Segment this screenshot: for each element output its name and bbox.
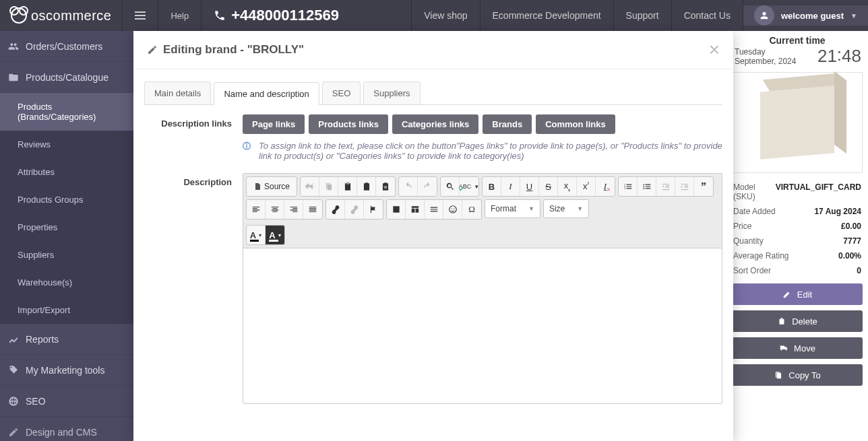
sidebar-submenu: Products (Brands/Categories) Reviews Att…	[0, 93, 133, 324]
nav-view-shop[interactable]: View shop	[412, 0, 479, 31]
align-center-button[interactable]	[266, 200, 284, 219]
sidebar-sub-suppliers[interactable]: Suppliers	[0, 241, 133, 269]
sidebar-item-orders-customers[interactable]: Orders/Customers	[0, 31, 133, 62]
undo-button[interactable]	[399, 177, 418, 196]
sidebar-sub-reviews[interactable]: Reviews	[0, 131, 133, 158]
align-left-button[interactable]	[247, 200, 266, 219]
move-button[interactable]: Move	[732, 337, 863, 359]
common-links-button[interactable]: Common links	[536, 114, 615, 134]
link-button[interactable]	[326, 200, 345, 219]
caret-down-icon: ▼	[850, 12, 857, 20]
search-icon	[445, 182, 455, 191]
format-select[interactable]: Format ▼	[485, 199, 540, 218]
nav-contact-us[interactable]: Contact Us	[672, 0, 743, 31]
meta-sort-order: Sort Order0	[732, 263, 863, 278]
align-justify-button[interactable]	[303, 200, 322, 219]
tab-main-details[interactable]: Main details	[144, 81, 211, 104]
users-icon	[8, 41, 19, 52]
sidebar-sub-import-export[interactable]: Import/Export	[0, 296, 133, 324]
sidebar-item-design-cms[interactable]: Design and CMS	[0, 417, 133, 441]
redo-button[interactable]	[418, 177, 437, 196]
globe-icon	[8, 396, 19, 407]
brands-button[interactable]: Brands	[483, 114, 532, 134]
tab-seo[interactable]: SEO	[322, 81, 361, 104]
sidebar-sub-products-groups[interactable]: Products Groups	[0, 186, 133, 213]
sidebar-item-marketing[interactable]: My Marketing tools	[0, 355, 133, 386]
remove-format-button[interactable]: I×	[596, 177, 615, 196]
nav-support[interactable]: Support	[614, 0, 671, 31]
phone-number[interactable]: +448000112569	[202, 0, 351, 31]
logo-icon	[11, 7, 27, 24]
sidebar-sub-warehouses[interactable]: Warehouse(s)	[0, 269, 133, 296]
folder-open-icon	[8, 72, 19, 83]
right-panel: Current time Tuesday September, 2024 21:…	[726, 31, 868, 441]
blockquote-button[interactable]: ”	[694, 177, 713, 196]
svg-point-1	[449, 206, 456, 213]
sidebar-item-reports[interactable]: Reports	[0, 324, 133, 355]
smiley-button[interactable]	[443, 200, 462, 219]
bold-button[interactable]: B	[483, 177, 501, 196]
user-menu[interactable]: welcome guest ▼	[743, 5, 868, 26]
phone-icon	[214, 9, 226, 22]
bg-color-button[interactable]: A ▾	[266, 226, 284, 244]
horizontal-rule-button[interactable]	[425, 200, 443, 219]
caret-down-icon: ▼	[577, 205, 583, 212]
underline-button[interactable]: U	[520, 177, 539, 196]
paste-word-button[interactable]: W	[376, 177, 395, 196]
abc-icon: ABC✔	[459, 183, 472, 190]
caret-down-icon: ▼	[474, 184, 479, 190]
numbered-list-button[interactable]	[619, 177, 638, 196]
subscript-button[interactable]: x₂	[558, 177, 577, 196]
products-links-button[interactable]: Products links	[309, 114, 388, 134]
align-left-icon	[251, 205, 261, 214]
pencil-icon	[147, 44, 158, 55]
page-links-button[interactable]: Page links	[243, 114, 305, 134]
edit-button[interactable]: Edit	[732, 283, 863, 305]
modal-close-button[interactable]: ×	[709, 40, 720, 59]
align-right-button[interactable]	[284, 200, 303, 219]
copy-button[interactable]	[319, 177, 338, 196]
sidebar-sub-properties[interactable]: Properties	[0, 213, 133, 241]
redo-icon	[423, 182, 432, 191]
special-char-button[interactable]: Ω	[462, 200, 481, 219]
categories-links-button[interactable]: Categories links	[392, 114, 478, 134]
find-button[interactable]	[441, 177, 460, 196]
cut-button[interactable]	[301, 177, 319, 196]
delete-button[interactable]: Delete	[732, 310, 863, 332]
bulleted-list-button[interactable]	[638, 177, 656, 196]
paste-button[interactable]	[338, 177, 357, 196]
menu-toggle-button[interactable]	[123, 0, 158, 31]
italic-button[interactable]: I	[501, 177, 520, 196]
nav-ecommerce-dev[interactable]: Ecommerce Development	[480, 0, 613, 31]
quote-icon: ”	[701, 180, 706, 193]
indent-button[interactable]	[675, 177, 694, 196]
text-color-button[interactable]: A ▾	[247, 226, 266, 244]
ol-icon	[623, 182, 633, 191]
unlink-button[interactable]	[345, 200, 364, 219]
size-select[interactable]: Size ▼	[543, 199, 589, 218]
tab-name-description[interactable]: Name and description	[214, 82, 319, 105]
sidebar-item-label: Orders/Customers	[26, 41, 102, 52]
paste-text-button[interactable]	[357, 177, 376, 196]
description-textarea[interactable]	[243, 248, 722, 403]
user-avatar-icon	[754, 5, 774, 26]
spellcheck-button[interactable]: ABC✔▼	[460, 177, 478, 196]
copy-to-button[interactable]: Copy To	[732, 364, 863, 386]
sidebar-item-seo[interactable]: SEO	[0, 386, 133, 417]
source-button[interactable]: Source	[247, 177, 297, 196]
product-image-placeholder	[732, 72, 863, 173]
table-button[interactable]	[406, 200, 425, 219]
sidebar-sub-products-brands[interactable]: Products (Brands/Categories)	[0, 93, 133, 131]
outdent-button[interactable]	[656, 177, 675, 196]
undo-icon	[404, 182, 413, 191]
help-link[interactable]: Help	[158, 0, 201, 31]
sidebar-sub-attributes[interactable]: Attributes	[0, 158, 133, 186]
superscript-button[interactable]: x²	[577, 177, 596, 196]
logo[interactable]: oscommerce	[0, 7, 122, 24]
sidebar-item-products-catalogue[interactable]: Products/Catalogue	[0, 62, 133, 93]
strike-button[interactable]: S	[539, 177, 558, 196]
tab-suppliers[interactable]: Suppliers	[363, 81, 420, 104]
anchor-button[interactable]	[364, 200, 383, 219]
tag-icon	[8, 365, 19, 376]
image-button[interactable]	[387, 200, 406, 219]
